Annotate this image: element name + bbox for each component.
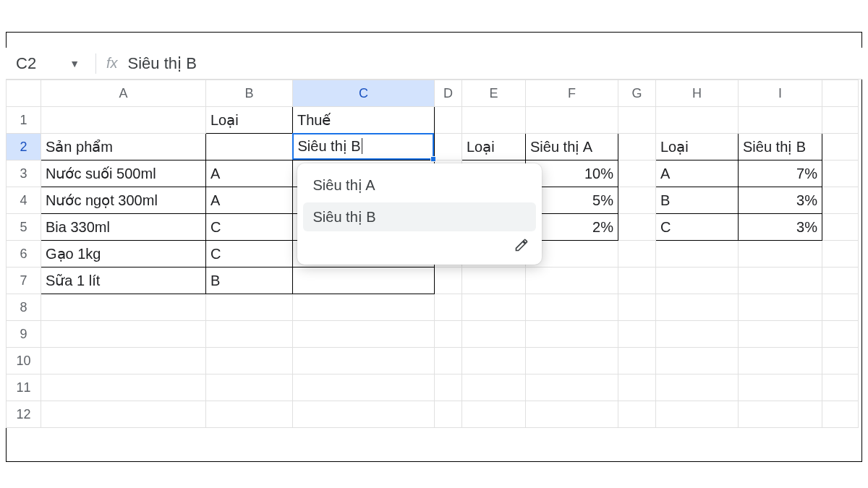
cell-F9[interactable] [526,321,618,348]
col-header-G[interactable]: G [618,80,656,107]
cell-A8[interactable] [41,294,206,321]
cell-D1[interactable] [435,107,462,134]
cell-C9[interactable] [293,321,435,348]
cell-F2[interactable]: Siêu thị A [526,134,618,160]
cell-D9[interactable] [435,321,462,348]
cell-next-9[interactable] [822,321,859,348]
cell-A6[interactable]: Gạo 1kg [41,241,206,267]
cell-B12[interactable] [206,401,293,428]
cell-next-5[interactable] [822,214,859,241]
cell-H2[interactable]: Loại [656,134,739,160]
cell-G2[interactable] [618,134,656,160]
cell-G3[interactable] [618,160,656,187]
cell-I1[interactable] [739,107,822,134]
cell-E1[interactable] [462,107,526,134]
cell-E8[interactable] [462,294,526,321]
cell-A7[interactable]: Sữa 1 lít [41,267,206,294]
suggest-item-1[interactable]: Siêu thị B [303,202,536,231]
cell-B2[interactable] [206,134,293,160]
cell-G11[interactable] [618,374,656,401]
cell-B8[interactable] [206,294,293,321]
cell-next-8[interactable] [822,294,859,321]
cell-A12[interactable] [41,401,206,428]
formula-input[interactable] [127,53,862,74]
cell-A11[interactable] [41,374,206,401]
suggest-item-0[interactable]: Siêu thị A [303,171,536,200]
cell-A5[interactable]: Bia 330ml [41,214,206,241]
cell-B10[interactable] [206,348,293,374]
data-validation-dropdown[interactable]: Siêu thị ASiêu thị B [297,163,542,265]
cell-E9[interactable] [462,321,526,348]
cell-H1[interactable] [656,107,739,134]
cell-A10[interactable] [41,348,206,374]
cell-H5[interactable]: C [656,214,739,241]
cell-A9[interactable] [41,321,206,348]
col-header-next[interactable] [822,80,859,107]
cell-F7[interactable] [526,267,618,294]
pencil-icon[interactable] [514,238,529,256]
cell-E2[interactable]: Loại [462,134,526,160]
cell-I11[interactable] [739,374,822,401]
cell-G5[interactable] [618,214,656,241]
cell-D8[interactable] [435,294,462,321]
row-header-6[interactable]: 6 [7,241,41,267]
cell-I4[interactable]: 3% [739,187,822,214]
cell-A1[interactable] [41,107,206,134]
cell-D10[interactable] [435,348,462,374]
cell-A4[interactable]: Nước ngọt 300ml [41,187,206,214]
cell-H3[interactable]: A [656,160,739,187]
row-header-4[interactable]: 4 [7,187,41,214]
col-header-D[interactable]: D [435,80,462,107]
row-header-3[interactable]: 3 [7,160,41,187]
cell-C8[interactable] [293,294,435,321]
col-header-A[interactable]: A [41,80,206,107]
cell-B3[interactable]: A [206,160,293,187]
cell-next-10[interactable] [822,348,859,374]
cell-G7[interactable] [618,267,656,294]
cell-B1[interactable]: Loại [206,107,293,134]
row-header-12[interactable]: 12 [7,401,41,428]
cell-A3[interactable]: Nước suối 500ml [41,160,206,187]
cell-I12[interactable] [739,401,822,428]
cell-B7[interactable]: B [206,267,293,294]
cell-C11[interactable] [293,374,435,401]
cell-C12[interactable] [293,401,435,428]
cell-B11[interactable] [206,374,293,401]
col-header-B[interactable]: B [206,80,293,107]
cell-B4[interactable]: A [206,187,293,214]
cell-I9[interactable] [739,321,822,348]
cell-H12[interactable] [656,401,739,428]
row-header-9[interactable]: 9 [7,321,41,348]
cell-A2[interactable]: Sản phẩm [41,134,206,160]
cell-next-2[interactable] [822,134,859,160]
col-header-H[interactable]: H [656,80,739,107]
cell-next-4[interactable] [822,187,859,214]
cell-I3[interactable]: 7% [739,160,822,187]
cell-E11[interactable] [462,374,526,401]
cell-F1[interactable] [526,107,618,134]
select-all-corner[interactable] [7,80,41,107]
cell-I2[interactable]: Siêu thị B [739,134,822,160]
cell-G1[interactable] [618,107,656,134]
cell-G12[interactable] [618,401,656,428]
cell-F10[interactable] [526,348,618,374]
cell-I6[interactable] [739,241,822,267]
cell-G8[interactable] [618,294,656,321]
col-header-C[interactable]: C [293,80,435,107]
cell-next-1[interactable] [822,107,859,134]
name-box-dropdown-icon[interactable]: ▼ [69,58,80,69]
cell-H8[interactable] [656,294,739,321]
cell-next-7[interactable] [822,267,859,294]
cell-C2[interactable] [293,134,435,160]
cell-G4[interactable] [618,187,656,214]
cell-I10[interactable] [739,348,822,374]
cell-C1[interactable]: Thuế [293,107,435,134]
row-header-8[interactable]: 8 [7,294,41,321]
cell-G9[interactable] [618,321,656,348]
cell-E7[interactable] [462,267,526,294]
cell-next-6[interactable] [822,241,859,267]
cell-H4[interactable]: B [656,187,739,214]
row-header-5[interactable]: 5 [7,214,41,241]
cell-F8[interactable] [526,294,618,321]
cell-D7[interactable] [435,267,462,294]
